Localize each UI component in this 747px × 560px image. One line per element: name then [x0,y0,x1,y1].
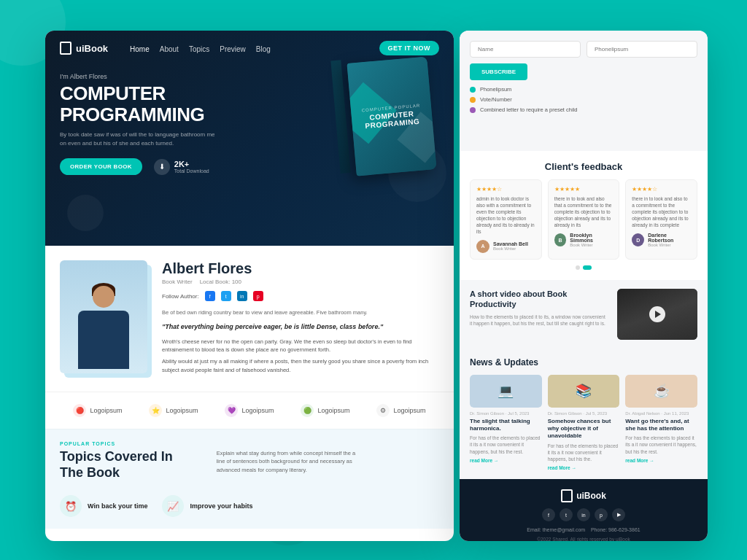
footer-facebook-btn[interactable]: f [542,508,555,521]
feedback-card-2: ★★★★★ there in to look and also that a c… [548,179,620,260]
video-title: A short video about Book Productivity [470,289,608,310]
nav-blog[interactable]: Blog [256,45,271,53]
footer-twitter-btn[interactable]: t [560,508,573,521]
right-panel: SUBSCRIBE Phonelipsum Vote/Number Combin… [460,31,708,541]
order-book-button[interactable]: ORDER YOUR BOOK [60,158,142,175]
feedback-title: Client's feedback [470,161,697,172]
nav-logo[interactable]: uiBook [60,42,108,55]
subscribe-button[interactable]: SUBSCRIBE [470,63,527,80]
news-card-desc-3: For has the elements to placed it its a … [625,435,697,454]
person-head [93,286,115,308]
logos-section: 🔴 Logoipsum ⭐ Logoipsum 💜 Logoipsum 🟢 Lo… [45,392,454,429]
footer-pinterest-btn[interactable]: p [595,508,608,521]
feedback-card-3: ★★★★☆ there in to look and also to a com… [625,179,697,260]
feedback-role-1: Book Writer [493,246,528,251]
video-section: A short video about Book Productivity Ho… [460,280,708,349]
news-img-3: ☕ [625,375,697,408]
footer-contact: Email: theme@gmail.com Phone: 986-629-38… [470,527,697,532]
dot-2[interactable] [583,265,592,270]
author-social: Follow Author: f t in p [162,291,439,301]
form-row-1 [470,41,697,58]
avatar-1: A [476,240,489,253]
hero-buttons: ORDER YOUR BOOK ⬇ 2K+ Total Download [60,158,439,175]
topic-name-1: Win back your time [88,502,147,510]
author-role-local: Local Book: 100 [200,279,241,285]
news-card-desc-1: For has of the elements to placed it its… [470,435,542,454]
avatar-2: B [554,233,567,246]
subscribe-form-section: SUBSCRIBE Phonelipsum Vote/Number Combin… [460,31,708,151]
stars-3: ★★★★☆ [632,186,691,192]
linkedin-icon[interactable]: in [237,291,247,301]
facebook-icon[interactable]: f [205,291,215,301]
info-dot-1 [470,87,476,93]
topics-section: POPULAR TOPICS Topics Covered In The Boo… [45,429,454,529]
info-list: Phonelipsum Vote/Number Combined letter … [470,86,697,113]
topics-row: Topics Covered In The Book Explain what … [60,449,439,486]
name-input[interactable] [470,41,581,58]
logo-icon-3: 💜 [225,404,238,417]
info-text-2: Vote/Number [480,96,512,103]
news-section: News & Updates 💻 Dr. Simon Gibson · Jul … [460,349,708,479]
pinterest-icon[interactable]: p [253,291,263,301]
feedback-name-3: Darlene Robertson [648,233,691,243]
feedback-author-2: B Brooklyn Simmons Book Writer [554,233,614,247]
topics-title-line1: Topics Covered In [60,449,173,464]
nav-about[interactable]: About [160,45,179,53]
info-text-1: Phonelipsum [480,86,511,93]
nav-cta-button[interactable]: GET IT NOW [379,41,440,55]
nav-preview[interactable]: Preview [220,45,246,53]
nav-links: Home About Topics Preview Blog [130,42,271,55]
twitter-icon[interactable]: t [221,291,231,301]
info-item-2: Vote/Number [470,96,697,103]
avatar-3: D [632,233,644,246]
read-more-3[interactable]: read More → [625,458,697,463]
video-thumbnail[interactable] [617,289,697,340]
read-more-1[interactable]: read More → [470,458,542,463]
feedback-name-2: Brooklyn Simmons [570,233,613,243]
video-info: A short video about Book Productivity Ho… [470,289,608,340]
topics-grid: ⏰ Win back your time 📈 Improve your habi… [60,495,439,517]
topic-item-1: ⏰ Win back your time [60,495,147,517]
nav-home[interactable]: Home [130,45,150,53]
read-more-2[interactable]: read More → [548,465,620,470]
info-text-3: Combined letter to require a preset chil… [480,106,577,113]
dot-1[interactable] [576,265,580,270]
nav-topics[interactable]: Topics [189,45,209,53]
news-title: News & Updates [470,357,697,368]
feedback-author-3: D Darlene Robertson Book Writer [632,233,691,247]
person-body [78,311,129,369]
feedback-role-3: Book Writer [648,243,691,247]
info-item-3: Combined letter to require a preset chil… [470,106,697,113]
logo-item-5: ⚙ Logoipsum [376,404,425,417]
stars-2: ★★★★★ [554,186,614,192]
footer-email: Email: theme@gmail.com [527,527,585,532]
logo-name-1: Logoipsum [90,407,122,414]
news-card-1: 💻 Dr. Simon Gibson · Jul 5, 2023 The sli… [470,375,542,470]
download-icon: ⬇ [154,159,170,175]
logo-item-3: 💜 Logoipsum [225,404,274,417]
topics-label: POPULAR TOPICS [60,441,439,446]
footer-linkedin-btn[interactable]: in [577,508,590,521]
logo-icon [60,42,71,55]
footer-phone: Phone: 986-629-3861 [591,527,640,532]
logo-item-2: ⭐ Logoipsum [149,404,198,417]
author-quote: "That everything being perceive eager, b… [162,322,439,332]
topic-item-2: 📈 Improve your habits [162,495,252,517]
video-description: How to the elements to placed it to its,… [470,314,608,327]
email-input[interactable] [587,41,697,58]
video-play-button[interactable] [649,306,665,322]
author-photo-wrapper [60,260,147,373]
news-grid: 💻 Dr. Simon Gibson · Jul 5, 2023 The sli… [470,375,697,470]
author-role: Book Writer Local Book: 100 [162,279,439,285]
topics-title-line2: The Book [60,465,120,480]
footer-social: f t in p ▶ [470,508,697,521]
logo-name-3: Logoipsum [241,407,274,414]
footer-youtube-btn[interactable]: ▶ [612,508,625,521]
download-label: Total Download [174,168,209,174]
stars-1: ★★★★☆ [476,186,535,192]
footer-logo-text: uiBook [576,491,606,501]
feedback-text-3: there in to look and also to a commitmen… [632,195,691,228]
left-panel: uiBook Home About Topics Preview Blog GE… [45,31,454,541]
hero-section: uiBook Home About Topics Preview Blog GE… [45,31,454,246]
person-figure [74,279,133,373]
